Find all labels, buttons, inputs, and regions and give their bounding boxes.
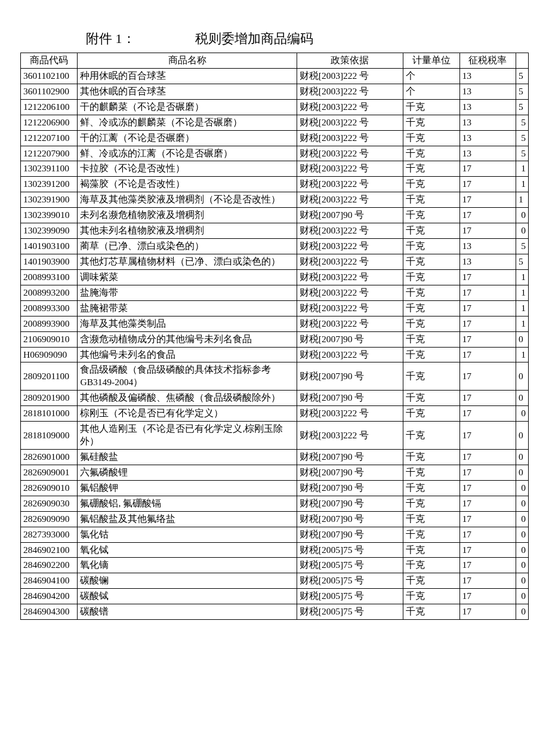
header-code: 商品代码 [21, 53, 78, 69]
cell-basis: 财税[2003]222 号 [297, 192, 403, 208]
cell-code: 2818109000 [21, 422, 78, 450]
cell-extra: 0 [516, 573, 528, 589]
cell-rate: 13 [459, 130, 516, 146]
table-row: 2827393000氯化钴财税[2007]90 号千克170 [21, 527, 529, 542]
cell-code: 3601102900 [21, 84, 78, 99]
table-row: 2826901000氟硅酸盐财税[2007]90 号千克170 [21, 449, 529, 465]
cell-name: 种用休眠的百合球茎 [78, 68, 297, 84]
cell-code: 2846902200 [21, 558, 78, 573]
cell-unit: 个 [403, 84, 459, 99]
cell-unit: 千克 [403, 177, 459, 192]
cell-basis: 财税[2003]222 号 [297, 146, 403, 161]
cell-rate: 13 [459, 254, 516, 269]
cell-rate: 13 [459, 68, 516, 84]
table-row: 1302399090其他未列名植物胶液及增稠剂财税[2003]222 号千克17… [21, 223, 529, 239]
cell-code: 1302399010 [21, 208, 78, 223]
cell-unit: 千克 [403, 316, 459, 331]
cell-extra: 0 [516, 511, 528, 527]
table-row: 1401903100蔺草（已净、漂白或染色的）财税[2003]222 号千克13… [21, 239, 529, 254]
cell-extra: 0 [516, 362, 528, 391]
header-extra [516, 53, 528, 69]
cell-rate: 17 [459, 223, 516, 239]
cell-extra: 0 [516, 527, 528, 542]
cell-unit: 千克 [403, 362, 459, 391]
cell-basis: 财税[2005]75 号 [297, 589, 403, 604]
cell-extra: 0 [516, 422, 528, 450]
table-header: 商品代码 商品名称 政策依据 计量单位 征税税率 [21, 53, 529, 69]
cell-extra: 1 [516, 347, 528, 362]
cell-rate: 17 [459, 331, 516, 347]
cell-extra: 0 [516, 589, 528, 604]
header-name: 商品名称 [78, 53, 297, 69]
cell-unit: 千克 [403, 589, 459, 604]
cell-code: 1212207900 [21, 146, 78, 161]
cell-unit: 千克 [403, 192, 459, 208]
cell-extra: 0 [516, 542, 528, 558]
cell-rate: 17 [459, 542, 516, 558]
cell-name: 海草及其他藻类制品 [78, 316, 297, 331]
cell-name: 调味紫菜 [78, 269, 297, 285]
cell-code: 2846904300 [21, 604, 78, 620]
cell-unit: 千克 [403, 347, 459, 362]
cell-rate: 13 [459, 99, 516, 115]
table-row: 2008993200盐腌海带财税[2003]222 号千克171 [21, 285, 529, 300]
cell-rate: 17 [459, 362, 516, 391]
cell-name: 氟铝酸钾 [78, 480, 297, 496]
cell-extra: 5 [516, 115, 528, 130]
cell-code: 1302399090 [21, 223, 78, 239]
cell-rate: 17 [459, 422, 516, 450]
cell-basis: 财税[2003]222 号 [297, 254, 403, 269]
cell-extra: 1 [516, 285, 528, 300]
cell-basis: 财税[2007]90 号 [297, 449, 403, 465]
cell-basis: 财税[2007]90 号 [297, 480, 403, 496]
table-row: 2106909010含濒危动植物成分的其他编号未列名食品财税[2007]90 号… [21, 331, 529, 347]
cell-name: 蔺草（已净、漂白或染色的） [78, 239, 297, 254]
cell-name: 干的麒麟菜（不论是否碾磨） [78, 99, 297, 115]
cell-code: 2106909010 [21, 331, 78, 347]
cell-code: 2008993300 [21, 300, 78, 316]
cell-name: 其他磷酸及偏磷酸、焦磷酸（食品级磷酸除外） [78, 391, 297, 406]
attachment-label: 附件 1： [86, 30, 135, 48]
cell-rate: 17 [459, 511, 516, 527]
table-row: 1302391100卡拉胶（不论是否改性）财税[2003]222 号千克171 [21, 161, 529, 177]
cell-extra: 5 [516, 254, 528, 269]
cell-rate: 17 [459, 465, 516, 480]
cell-unit: 千克 [403, 558, 459, 573]
cell-extra: 0 [516, 558, 528, 573]
cell-unit: 千克 [403, 480, 459, 496]
cell-extra: 0 [516, 480, 528, 496]
cell-name: 碳酸镧 [78, 573, 297, 589]
cell-extra: 1 [516, 161, 528, 177]
cell-extra: 1 [516, 192, 528, 208]
cell-name: 其他休眠的百合球茎 [78, 84, 297, 99]
cell-extra: 5 [516, 130, 528, 146]
table-row: H06909090其他编号未列名的食品财税[2003]222 号千克171 [21, 347, 529, 362]
cell-name: 褐藻胶（不论是否改性） [78, 177, 297, 192]
table-row: 1212206900鲜、冷或冻的麒麟菜（不论是否碾磨）财税[2003]222 号… [21, 115, 529, 130]
table-row: 2826909001六氟磷酸锂财税[2007]90 号千克170 [21, 465, 529, 480]
cell-basis: 财税[2007]90 号 [297, 511, 403, 527]
cell-name: 盐腌裙带菜 [78, 300, 297, 316]
cell-unit: 千克 [403, 146, 459, 161]
cell-rate: 17 [459, 177, 516, 192]
table-row: 1401903900其他灯芯草属植物材料（已净、漂白或染色的）财税[2003]2… [21, 254, 529, 269]
cell-unit: 千克 [403, 527, 459, 542]
cell-basis: 财税[2007]90 号 [297, 331, 403, 347]
cell-name: 其他未列名植物胶液及增稠剂 [78, 223, 297, 239]
cell-unit: 千克 [403, 465, 459, 480]
cell-name: 氧化镝 [78, 558, 297, 573]
table-row: 2818101000棕刚玉（不论是否已有化学定义）财税[2003]222 号千克… [21, 406, 529, 422]
cell-basis: 财税[2003]222 号 [297, 269, 403, 285]
table-row: 2818109000其他人造刚玉（不论是否已有化学定义,棕刚玉除外）财税[200… [21, 422, 529, 450]
cell-code: 2809201900 [21, 391, 78, 406]
table-row: 3601102900其他休眠的百合球茎财税[2003]222 号个135 [21, 84, 529, 99]
cell-basis: 财税[2003]222 号 [297, 68, 403, 84]
table-row: 2809201900其他磷酸及偏磷酸、焦磷酸（食品级磷酸除外）财税[2007]9… [21, 391, 529, 406]
cell-unit: 千克 [403, 269, 459, 285]
table-row: 2826909090氟铝酸盐及其他氟络盐财税[2007]90 号千克170 [21, 511, 529, 527]
cell-rate: 17 [459, 269, 516, 285]
cell-rate: 17 [459, 316, 516, 331]
cell-basis: 财税[2007]90 号 [297, 465, 403, 480]
cell-rate: 17 [459, 391, 516, 406]
cell-unit: 千克 [403, 115, 459, 130]
